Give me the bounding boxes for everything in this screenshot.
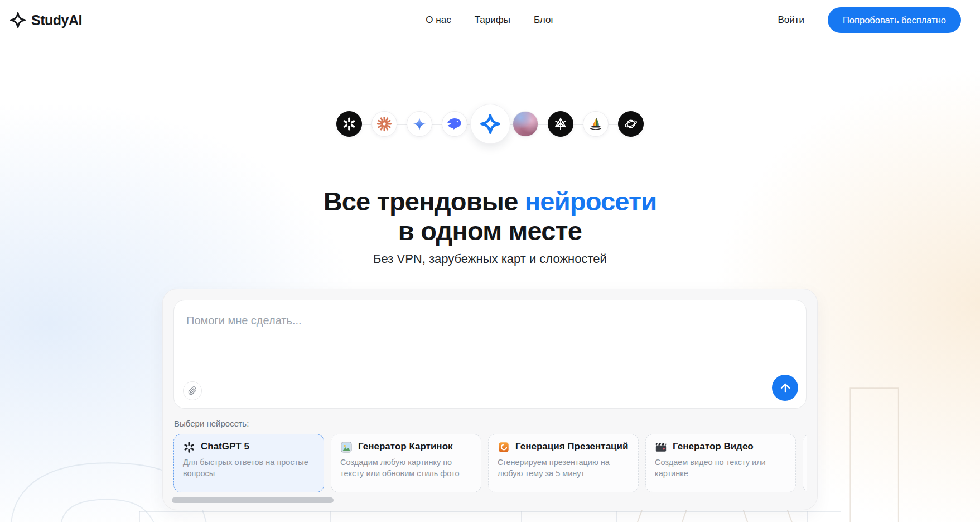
openai-small-icon <box>183 441 195 453</box>
model-cards-row: ChatGPT 5 Для быстрых ответов на простые… <box>173 434 807 492</box>
model-card-title: ChatGPT 5 <box>201 441 249 453</box>
image-icon <box>340 441 353 453</box>
model-card-chatgpt[interactable]: ChatGPT 5 Для быстрых ответов на простые… <box>173 434 324 492</box>
midjourney-sailboat-icon <box>583 111 609 137</box>
presentation-icon <box>498 441 510 453</box>
model-card-title: Генератор Картинок <box>358 441 453 453</box>
models-label: Выбери нейросеть: <box>174 419 807 428</box>
title-accent: нейросети <box>525 186 657 216</box>
title-black: Все трендовые <box>324 186 518 216</box>
nav-about[interactable]: О нас <box>426 15 451 26</box>
composer <box>173 300 807 409</box>
model-card-description: Для быстрых ответов на простые вопросы <box>183 457 315 479</box>
main-nav: О нас Тарифы Блог <box>426 15 554 26</box>
prompt-panel: Выбери нейросеть: ChatGPT 5 Для быстрых … <box>162 289 818 510</box>
arrow-up-icon <box>779 381 792 395</box>
send-button[interactable] <box>772 375 798 401</box>
model-card-description: Создаем видео по тексту или картинке <box>655 457 786 479</box>
openai-icon <box>336 111 362 137</box>
geometric-star-icon <box>548 111 573 137</box>
nav-pricing[interactable]: Тарифы <box>475 15 510 26</box>
model-card-partial[interactable] <box>803 434 807 492</box>
page-subtitle: Без VPN, зарубежных карт и сложностей <box>0 252 980 266</box>
background-grid <box>139 511 841 522</box>
ai-models-strip <box>0 104 980 144</box>
paperclip-icon <box>188 386 197 395</box>
model-card-title: Генератор Видео <box>673 441 754 453</box>
attach-file-button[interactable] <box>183 381 202 400</box>
title-line2: в одном месте <box>398 216 582 246</box>
nav-blog[interactable]: Блог <box>534 15 554 26</box>
cards-scrollbar-track <box>173 497 807 503</box>
login-link[interactable]: Войти <box>778 15 804 26</box>
cards-scrollbar-thumb[interactable] <box>172 497 334 503</box>
try-free-button[interactable]: Попробовать бесплатно <box>828 7 961 33</box>
model-card-images[interactable]: Генератор Картинок Создадим любую картин… <box>331 434 481 492</box>
video-clapper-icon <box>655 441 667 453</box>
model-card-title: Генерация Презентаций <box>515 441 628 453</box>
model-card-description: Создадим любую картинку по тексту или об… <box>340 457 472 479</box>
model-card-description: Сгенерируем презентацию на любую тему за… <box>498 457 629 479</box>
claude-icon <box>371 111 397 137</box>
page-title: Все трендовые нейросети в одном месте <box>0 186 980 246</box>
prompt-input[interactable] <box>174 300 806 373</box>
gemini-icon <box>407 111 432 137</box>
header: StudyAI О нас Тарифы Блог Войти Попробов… <box>0 0 980 40</box>
saturn-ring-icon <box>618 111 644 137</box>
logo[interactable]: StudyAI <box>9 11 82 29</box>
model-card-video[interactable]: Генератор Видео Создаем видео по тексту … <box>645 434 796 492</box>
photo-model-icon <box>513 111 538 137</box>
studyai-center-icon <box>470 104 510 144</box>
deepseek-icon <box>442 111 467 137</box>
studyai-star-icon <box>9 11 27 29</box>
brand-name: StudyAI <box>31 12 82 28</box>
model-card-presentations[interactable]: Генерация Презентаций Сгенерируем презен… <box>488 434 639 492</box>
